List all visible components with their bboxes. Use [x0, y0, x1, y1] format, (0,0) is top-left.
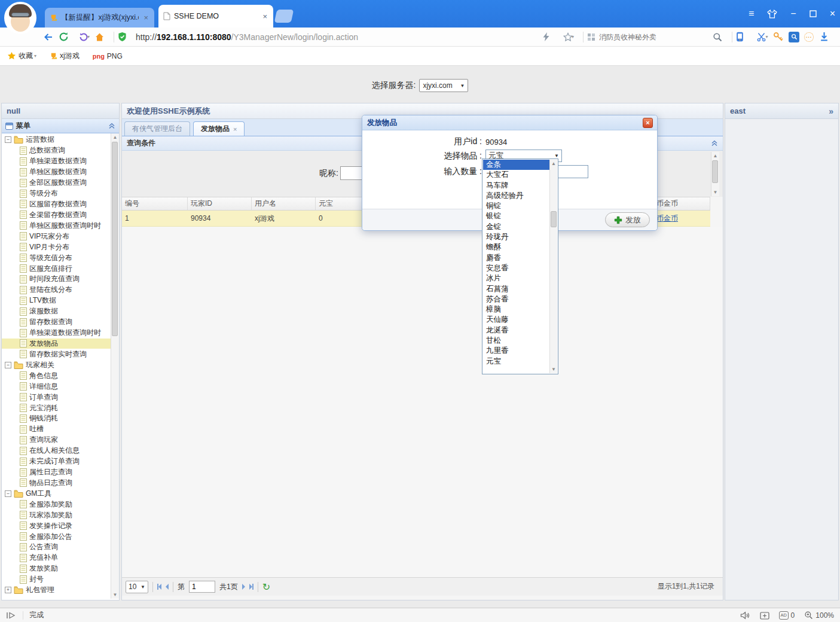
tree-item[interactable]: 全服添加公告 [2, 531, 111, 542]
dropdown-option[interactable]: 马车牌 [483, 181, 549, 191]
column-header[interactable]: 玩家ID [188, 197, 252, 210]
refresh-icon[interactable] [59, 32, 74, 42]
close-icon[interactable]: × [142, 13, 149, 22]
tree-item[interactable]: 留存数据查询 [2, 317, 111, 328]
column-header[interactable]: 编号 [122, 197, 188, 210]
tree-item[interactable]: 在线人相关信息 [2, 446, 111, 456]
tree-item[interactable]: 公告查询 [2, 542, 111, 553]
tree-item[interactable]: 角色信息 [2, 370, 111, 381]
scroll-thumb[interactable] [712, 160, 718, 183]
menu-accordion-header[interactable]: 菜单 [2, 119, 119, 133]
dropdown-option[interactable]: 九里香 [483, 346, 549, 356]
refresh-icon[interactable]: ↻ [262, 581, 270, 593]
distribute-button[interactable]: 发放 [605, 212, 650, 227]
bookmark-xj-game[interactable]: xj游戏 [50, 51, 80, 61]
tree-item[interactable]: 区服留存数据查询 [2, 199, 111, 210]
tree-item[interactable]: 发放奖励 [2, 563, 111, 574]
dropdown-option[interactable]: 龙涎香 [483, 325, 549, 336]
tree-item[interactable]: 发奖操作记录 [2, 520, 111, 531]
phone-icon[interactable] [736, 32, 752, 42]
dropdown-option[interactable]: 樟脑 [483, 304, 549, 315]
security-shield-icon[interactable] [118, 32, 133, 42]
tree-item[interactable]: 吐槽 [2, 424, 111, 435]
tree-item[interactable]: 总数据查询 [2, 145, 111, 156]
home-icon[interactable] [94, 32, 110, 42]
ad-block-status[interactable]: AD 0 [779, 611, 795, 620]
dropdown-option[interactable]: 天仙藤 [483, 315, 549, 325]
first-page-button[interactable] [157, 584, 161, 590]
dropdown-option[interactable]: 铜锭 [483, 201, 549, 211]
smiley-icon[interactable]: ... [804, 32, 820, 42]
tree-item[interactable]: 全渠留存数据查询 [2, 209, 111, 220]
server-select[interactable]: xjyxi.com ▼ [419, 79, 468, 92]
dropdown-option[interactable]: 元宝 [483, 356, 549, 367]
tree-item[interactable]: 登陆在线分布 [2, 285, 111, 295]
tree-folder[interactable]: +礼包管理 [2, 585, 111, 596]
scroll-up-icon[interactable]: ▲ [111, 133, 119, 141]
collapse-node-icon[interactable]: − [5, 136, 11, 143]
back-icon[interactable] [43, 32, 59, 42]
search-input[interactable] [599, 33, 683, 41]
tree-item[interactable]: 封号 [2, 574, 111, 585]
tree-item[interactable]: VIP玩家分布 [2, 231, 111, 242]
tree-item[interactable]: 等级充值分布 [2, 252, 111, 263]
favorites-menu[interactable]: 收藏 ▾ [7, 51, 36, 61]
tree-item[interactable]: 铜钱消耗 [2, 413, 111, 424]
scroll-down-icon[interactable]: ▼ [111, 591, 119, 599]
key-icon[interactable] [773, 32, 789, 42]
tree-item[interactable]: 玩家添加奖励 [2, 510, 111, 520]
cell-link[interactable]: 币金币 [653, 211, 710, 226]
last-page-button[interactable] [249, 584, 253, 590]
dropdown-option[interactable]: 银锭 [483, 211, 549, 221]
toolbar-search[interactable] [587, 33, 713, 41]
dropdown-option[interactable]: 冰片 [483, 273, 549, 283]
scissors-icon[interactable]: ▾ [752, 32, 773, 42]
debug-play-icon[interactable] [6, 611, 17, 620]
scroll-up-icon[interactable]: ▲ [711, 152, 719, 160]
tab-backend[interactable]: 有侠气管理后台 [124, 121, 190, 136]
tree-item[interactable]: 全服添加奖励 [2, 499, 111, 510]
search-icon[interactable] [713, 32, 728, 42]
dropdown-option[interactable]: 苏合香 [483, 294, 549, 304]
collapse-node-icon[interactable]: − [5, 362, 11, 368]
finder-icon[interactable] [789, 32, 804, 42]
download-icon[interactable] [820, 32, 835, 42]
collapse-icon[interactable] [108, 123, 115, 129]
tree-folder[interactable]: −玩家相关 [2, 359, 111, 370]
scroll-thumb[interactable] [112, 142, 118, 336]
dropdown-scrollbar[interactable]: ▲ ▼ [549, 160, 557, 373]
collapse-icon[interactable] [711, 140, 718, 147]
column-header[interactable]: 币金币 [653, 197, 710, 210]
scroll-down-icon[interactable]: ▼ [550, 365, 557, 373]
new-tab-button[interactable] [274, 10, 294, 23]
tree-item[interactable]: 留存数据实时查询 [2, 349, 111, 359]
tree-item[interactable]: 物品日志查询 [2, 478, 111, 489]
close-icon[interactable]: × [261, 12, 268, 21]
browser-tab-sshe[interactable]: SSHE DEMO × [158, 5, 273, 28]
tree-item[interactable]: 单独区服数据查询时时 [2, 220, 111, 231]
sidebar-scrollbar[interactable]: ▲ ▼ [111, 133, 119, 599]
tree-item[interactable]: 单独区服数据查询 [2, 167, 111, 178]
next-page-button[interactable] [242, 584, 245, 590]
tree-item[interactable]: 发放物品 [2, 339, 111, 349]
page-number-input[interactable] [189, 581, 215, 593]
dialog-titlebar[interactable]: 发放物品 [362, 115, 657, 130]
bookmark-png[interactable]: png PNG [93, 52, 123, 60]
tree-item[interactable]: 单独渠道数据查询 [2, 156, 111, 167]
zoom-control[interactable]: 100% [804, 611, 834, 620]
dropdown-option[interactable]: 甘松 [483, 336, 549, 346]
dropdown-option[interactable]: 玲珑丹 [483, 232, 549, 242]
scroll-thumb[interactable] [551, 211, 557, 227]
menu-icon[interactable]: ≡ [749, 9, 754, 19]
close-icon[interactable]: × [643, 118, 653, 128]
undo-icon[interactable]: ▾ [74, 32, 94, 42]
dropdown-option[interactable]: 安息香 [483, 263, 549, 273]
dropdown-option[interactable]: 高级经验丹 [483, 191, 549, 201]
page-size-select[interactable]: 10 ▼ [126, 581, 148, 593]
dropdown-option[interactable]: 麝香 [483, 253, 549, 263]
tree-item[interactable]: 充值补单 [2, 553, 111, 563]
close-icon[interactable]: × [830, 9, 835, 19]
dropdown-option[interactable]: 金锭 [483, 222, 549, 232]
tree-item[interactable]: 单独渠道数据查询时时 [2, 328, 111, 339]
tree-item[interactable]: LTV数据 [2, 295, 111, 306]
